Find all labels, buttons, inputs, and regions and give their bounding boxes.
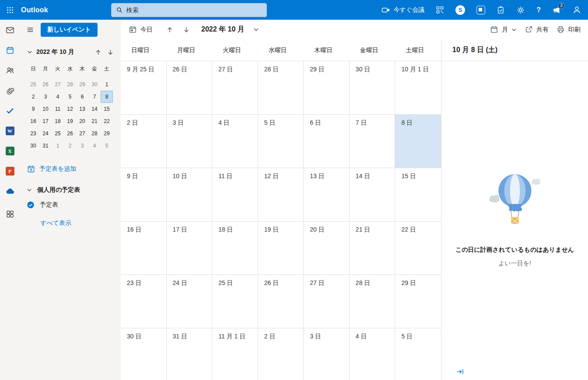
- mini-cal-day[interactable]: 10: [39, 103, 52, 115]
- day-cell[interactable]: 30 日: [121, 328, 167, 380]
- day-cell[interactable]: 30 日: [350, 61, 396, 115]
- rail-word-button[interactable]: W: [0, 121, 20, 141]
- prev-month-button[interactable]: [164, 23, 175, 37]
- month-picker-button[interactable]: 2022 年 10 月: [201, 25, 259, 34]
- mini-cal-day[interactable]: 5: [101, 140, 113, 152]
- mini-cal-day[interactable]: 27: [76, 127, 88, 140]
- view-switcher-button[interactable]: 月: [486, 23, 521, 37]
- mini-cal-day[interactable]: 25: [27, 78, 39, 91]
- day-cell[interactable]: 10 日: [167, 168, 213, 222]
- mini-cal-day[interactable]: 19: [64, 115, 76, 127]
- mini-cal-day[interactable]: 27: [52, 78, 64, 91]
- day-cell[interactable]: 13 日: [304, 168, 350, 222]
- rail-people-button[interactable]: [0, 60, 20, 81]
- mini-cal-day[interactable]: 16: [27, 115, 39, 127]
- day-cell[interactable]: 5 日: [395, 328, 441, 380]
- mini-cal-day[interactable]: 25: [52, 127, 64, 140]
- day-cell[interactable]: 2 日: [258, 328, 304, 380]
- mini-cal-day[interactable]: 15: [101, 103, 113, 115]
- mini-cal-day[interactable]: 1: [101, 78, 113, 91]
- mini-cal-day[interactable]: 30: [88, 78, 101, 91]
- settings-button[interactable]: [511, 0, 531, 20]
- print-button[interactable]: 印刷: [553, 23, 584, 37]
- add-calendar-button[interactable]: 予定表を追加: [27, 165, 121, 173]
- mini-cal-day[interactable]: 26: [64, 127, 76, 140]
- day-cell[interactable]: 4 日: [350, 328, 396, 380]
- mini-cal-day[interactable]: 2: [27, 91, 39, 103]
- mini-cal-day[interactable]: 29: [101, 127, 113, 140]
- mini-cal-day[interactable]: 6: [76, 91, 88, 103]
- mini-cal-day[interactable]: 29: [76, 78, 88, 91]
- rail-onedrive-button[interactable]: [0, 181, 20, 201]
- search-input[interactable]: [126, 7, 262, 14]
- search-bar[interactable]: [111, 3, 267, 17]
- mini-cal-title[interactable]: 2022 年 10 月: [36, 48, 74, 56]
- day-cell[interactable]: 31 日: [167, 328, 213, 380]
- app-title[interactable]: Outlook: [21, 6, 48, 14]
- rail-calendar-button[interactable]: [0, 40, 20, 60]
- rail-mail-button[interactable]: [0, 20, 20, 40]
- day-cell[interactable]: 9 日: [121, 168, 167, 222]
- mini-cal-day[interactable]: 3: [39, 91, 52, 103]
- mini-cal-day[interactable]: 4: [88, 140, 101, 152]
- app-launcher-button[interactable]: [0, 0, 20, 20]
- teams-button[interactable]: [471, 0, 491, 20]
- day-cell[interactable]: 21 日: [350, 222, 396, 275]
- mini-cal-day[interactable]: 20: [76, 115, 88, 127]
- day-cell[interactable]: 3 日: [304, 328, 350, 380]
- mini-cal-day[interactable]: 28: [64, 78, 76, 91]
- day-cell[interactable]: 26 日: [167, 61, 213, 115]
- skype-button[interactable]: S: [450, 0, 471, 20]
- rail-excel-button[interactable]: X: [0, 141, 20, 161]
- day-cell[interactable]: 28 日: [258, 61, 304, 115]
- day-cell[interactable]: 20 日: [304, 222, 350, 275]
- mini-cal-day[interactable]: 24: [39, 127, 52, 140]
- day-cell[interactable]: 8 日: [395, 115, 441, 168]
- rail-todo-button[interactable]: [0, 101, 20, 121]
- next-month-button[interactable]: [181, 23, 192, 37]
- rail-attachments-button[interactable]: [0, 81, 20, 101]
- day-cell[interactable]: 22 日: [395, 222, 441, 275]
- mini-cal-day[interactable]: 23: [27, 127, 39, 140]
- day-cell[interactable]: 3 日: [167, 115, 213, 168]
- collapse-sidebar-button[interactable]: [26, 23, 35, 37]
- mini-cal-day[interactable]: 17: [39, 115, 52, 127]
- day-cell[interactable]: 9 月 25 日: [121, 61, 167, 115]
- day-cell[interactable]: 27 日: [212, 61, 258, 115]
- mini-cal-day[interactable]: 11: [52, 103, 64, 115]
- mini-cal-day[interactable]: 1: [52, 140, 64, 152]
- day-cell[interactable]: 6 日: [304, 115, 350, 168]
- todo-button[interactable]: [491, 0, 511, 20]
- meet-now-button[interactable]: 今すぐ会議: [376, 0, 430, 20]
- mini-cal-day[interactable]: 18: [52, 115, 64, 127]
- day-cell[interactable]: 5 日: [258, 115, 304, 168]
- show-all-link[interactable]: すべて表示: [40, 219, 71, 227]
- account-button[interactable]: [567, 0, 587, 20]
- day-cell[interactable]: 4 日: [212, 115, 258, 168]
- mini-cal-day[interactable]: 4: [52, 91, 64, 103]
- day-cell[interactable]: 15 日: [395, 168, 441, 222]
- mini-cal-day[interactable]: 8: [101, 91, 113, 103]
- rail-more-apps-button[interactable]: [0, 204, 20, 224]
- mini-cal-day[interactable]: 21: [88, 115, 101, 127]
- mini-cal-day[interactable]: 14: [88, 103, 101, 115]
- today-button[interactable]: 今日: [125, 23, 157, 37]
- day-cell[interactable]: 29 日: [395, 275, 441, 328]
- day-cell[interactable]: 24 日: [167, 275, 213, 328]
- mini-cal-day[interactable]: 28: [88, 127, 101, 140]
- mini-cal-day[interactable]: 22: [101, 115, 113, 127]
- rail-powerpoint-button[interactable]: P: [0, 161, 20, 181]
- my-calendars-section-toggle[interactable]: 個人用の予定表: [27, 186, 121, 194]
- mini-cal-day[interactable]: 3: [76, 140, 88, 152]
- mini-cal-next-button[interactable]: [107, 49, 114, 56]
- day-cell[interactable]: 23 日: [121, 275, 167, 328]
- day-cell[interactable]: 7 日: [350, 115, 396, 168]
- new-event-button[interactable]: 新しいイベント: [41, 23, 98, 37]
- day-cell[interactable]: 14 日: [350, 168, 396, 222]
- day-cell[interactable]: 26 日: [258, 275, 304, 328]
- mini-cal-day[interactable]: 7: [88, 91, 101, 103]
- mini-cal-day[interactable]: 12: [64, 103, 76, 115]
- mini-cal-day[interactable]: 2: [64, 140, 76, 152]
- day-cell[interactable]: 12 日: [258, 168, 304, 222]
- help-button[interactable]: ?: [531, 0, 546, 20]
